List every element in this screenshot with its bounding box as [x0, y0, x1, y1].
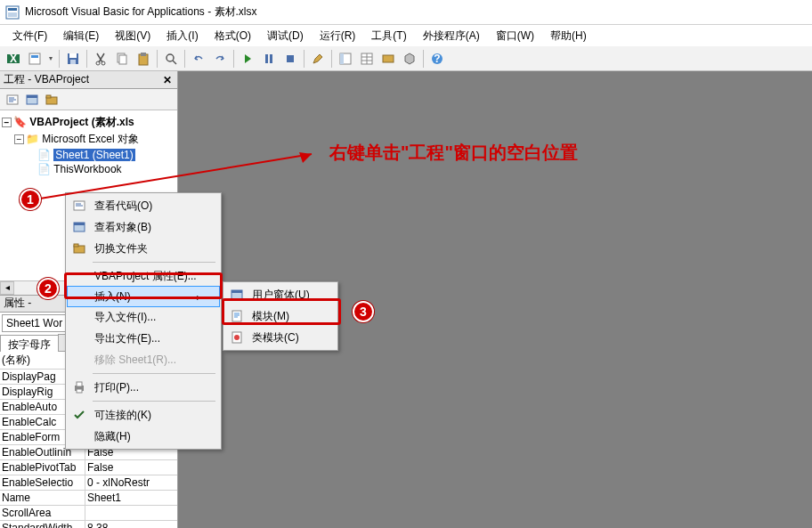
svg-rect-50 [232, 311, 241, 321]
undo-icon[interactable] [189, 49, 208, 69]
svg-rect-6 [31, 55, 38, 58]
insert-object-icon[interactable] [25, 49, 45, 69]
submenu-module[interactable]: 模块(M) [225, 305, 336, 327]
run-icon[interactable] [238, 49, 257, 69]
svg-line-17 [173, 61, 176, 64]
tab-alphabetic[interactable]: 按字母序 [0, 335, 59, 352]
ctx-import-file[interactable]: 导入文件(I)... [68, 306, 219, 328]
project-panel-toolbar [0, 89, 177, 110]
window-title: Microsoft Visual Basic for Applications … [25, 4, 257, 20]
ctx-toggle-folder[interactable]: 切换文件夹 [68, 238, 219, 259]
svg-text:?: ? [434, 53, 440, 65]
menu-tools[interactable]: 工具(T) [364, 26, 413, 46]
annotation-arrow-icon [36, 147, 329, 205]
annotation-badge-1: 1 [20, 189, 41, 210]
context-menu: 查看代码(O) 查看对象(B) 切换文件夹 VBAProject 属性(E)..… [65, 192, 222, 450]
ctx-view-object[interactable]: 查看对象(B) [68, 216, 219, 238]
menu-edit[interactable]: 编辑(E) [56, 26, 106, 46]
help-icon[interactable]: ? [427, 49, 447, 69]
svg-marker-57 [299, 152, 312, 163]
svg-rect-47 [77, 389, 82, 393]
menu-insert[interactable]: 插入(I) [159, 26, 205, 46]
menu-debug[interactable]: 调试(D) [260, 26, 311, 46]
svg-rect-1 [8, 8, 17, 11]
svg-rect-5 [29, 53, 40, 64]
svg-rect-9 [70, 60, 76, 64]
svg-rect-35 [27, 95, 37, 98]
annotation-text: 右键单击"工程"窗口的空白位置 [329, 141, 578, 165]
insert-submenu: 用户窗体(U) 模块(M) 类模块(C) [223, 281, 338, 351]
dropdown-arrow-icon[interactable]: ▾ [46, 54, 55, 62]
scroll-left-icon[interactable]: ◂ [0, 281, 14, 295]
titlebar: Microsoft Visual Basic for Applications … [0, 0, 812, 25]
submenu-class-module[interactable]: 类模块(C) [225, 327, 336, 348]
submenu-userform[interactable]: 用户窗体(U) [225, 284, 336, 305]
class-module-icon [229, 329, 245, 345]
paste-icon[interactable] [134, 49, 153, 69]
svg-rect-44 [74, 244, 78, 247]
svg-rect-2 [8, 12, 17, 17]
menu-file[interactable]: 文件(F) [5, 26, 54, 46]
svg-rect-42 [74, 223, 85, 225]
save-icon[interactable] [63, 49, 83, 69]
svg-point-10 [96, 61, 100, 65]
ctx-print[interactable]: 打印(P)... [68, 377, 219, 398]
ctx-remove: 移除 Sheet1(R)... [68, 349, 219, 370]
project-explorer-icon[interactable] [336, 49, 355, 69]
project-panel-header: 工程 - VBAProject ✕ [0, 71, 177, 89]
annotation-badge-2: 2 [37, 278, 59, 299]
svg-rect-19 [270, 54, 272, 63]
toolbar: X ▾ ? [0, 46, 812, 71]
object-browser-icon[interactable] [378, 49, 398, 69]
menu-run[interactable]: 运行(R) [313, 26, 363, 46]
svg-rect-13 [119, 55, 126, 64]
svg-line-56 [40, 154, 312, 199]
find-icon[interactable] [161, 49, 181, 69]
design-mode-icon[interactable] [308, 49, 328, 69]
svg-rect-20 [287, 55, 294, 62]
ctx-export-file[interactable]: 导出文件(E)... [68, 328, 219, 349]
vba-app-icon [5, 5, 20, 20]
svg-point-16 [166, 54, 174, 61]
redo-icon[interactable] [210, 49, 230, 69]
svg-point-11 [102, 61, 105, 65]
properties-icon[interactable] [357, 49, 377, 69]
menu-view[interactable]: 视图(V) [108, 26, 158, 46]
ctx-insert[interactable]: 插入(N)▸ [67, 286, 220, 307]
svg-text:X: X [10, 53, 17, 65]
view-code-icon[interactable] [4, 91, 21, 109]
tree-folder[interactable]: −📁 Microsoft Excel 对象 [2, 131, 175, 148]
copy-icon[interactable] [112, 49, 132, 69]
userform-icon [229, 287, 245, 303]
toolbox-icon[interactable] [400, 49, 419, 69]
module-icon [229, 308, 245, 324]
svg-point-55 [234, 335, 240, 340]
menu-help[interactable]: 帮助(H) [543, 26, 594, 46]
svg-rect-18 [265, 54, 268, 63]
svg-rect-37 [46, 95, 51, 98]
tree-root[interactable]: −🔖 VBAProject (素材.xls [2, 114, 175, 131]
form-icon [71, 219, 87, 235]
toggle-folders-icon[interactable] [43, 91, 61, 109]
svg-rect-49 [231, 290, 242, 293]
ctx-dockable[interactable]: 可连接的(K) [68, 404, 219, 426]
reset-icon[interactable] [280, 49, 300, 69]
menu-format[interactable]: 格式(O) [207, 26, 258, 46]
svg-rect-46 [77, 382, 82, 386]
ctx-vbaproject-props[interactable]: VBAProject 属性(E)... [68, 265, 219, 287]
project-panel-title: 工程 - VBAProject [4, 72, 89, 87]
properties-panel-title: 属性 - [4, 296, 31, 311]
svg-rect-22 [340, 53, 344, 64]
svg-rect-8 [69, 53, 77, 58]
print-icon [71, 379, 87, 395]
cut-icon[interactable] [91, 49, 110, 69]
menu-window[interactable]: 窗口(W) [489, 26, 541, 46]
menu-addins[interactable]: 外接程序(A) [416, 26, 487, 46]
view-object-icon[interactable] [23, 91, 41, 109]
view-excel-icon[interactable]: X [4, 49, 23, 69]
close-icon[interactable]: ✕ [161, 74, 174, 86]
svg-rect-27 [383, 55, 394, 62]
ctx-hide[interactable]: 隐藏(H) [68, 426, 219, 447]
annotation-badge-3: 3 [353, 301, 374, 322]
break-icon[interactable] [259, 49, 279, 69]
